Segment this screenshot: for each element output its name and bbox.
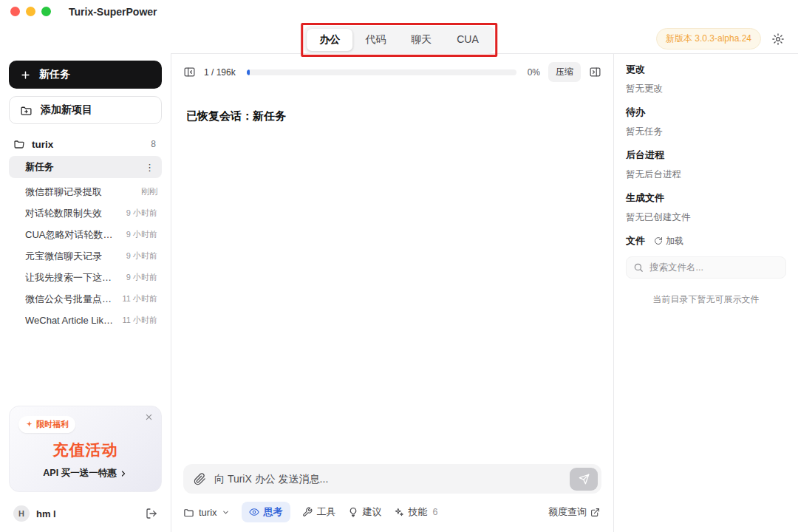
kebab-menu-icon[interactable]: ⋮	[145, 163, 154, 172]
task-time: 11 小时前	[117, 293, 157, 304]
task-item[interactable]: 微信群聊记录提取 刚刚	[9, 181, 162, 202]
eye-icon	[249, 507, 259, 517]
add-project-label: 添加新项目	[41, 103, 92, 117]
task-title: 让我先搜索一下这个公众号...	[25, 271, 120, 284]
minimize-window-icon[interactable]	[26, 7, 35, 16]
task-time: 9 小时前	[120, 208, 157, 219]
generated-files-section: 生成文件 暂无已创建文件	[626, 191, 786, 224]
skills-button[interactable]: 技能 6	[394, 505, 438, 519]
chevron-right-icon	[119, 469, 128, 478]
refresh-icon	[654, 236, 663, 245]
project-task-count: 8	[151, 139, 156, 149]
maximize-window-icon[interactable]	[41, 7, 51, 16]
skills-count: 6	[433, 507, 438, 517]
section-empty-text: 暂无已创建文件	[626, 211, 786, 224]
send-button[interactable]	[570, 468, 598, 491]
compress-button[interactable]: 压缩	[548, 62, 581, 82]
project-name: turix	[32, 139, 53, 150]
suggest-label: 建议	[363, 505, 382, 519]
task-time: 9 小时前	[120, 250, 157, 262]
project-selector-label: turix	[199, 507, 217, 518]
task-title: 微信公众号批量点赞操作请求	[25, 293, 117, 306]
task-title: 微信群聊记录提取	[25, 185, 102, 199]
sidebar: 新任务 添加新项目 turix 8 新任务 ⋮	[0, 53, 171, 532]
restored-session-message: 已恢复会话：新任务	[186, 109, 598, 123]
message-input[interactable]	[214, 473, 562, 485]
context-bar: 1 / 196k 0% 压缩	[171, 54, 613, 88]
quota-label: 额度查询	[548, 505, 587, 519]
plus-icon	[20, 69, 31, 81]
file-search-input[interactable]	[649, 262, 779, 273]
todo-section: 待办 暂无任务	[626, 106, 786, 138]
new-task-button[interactable]: 新任务	[9, 61, 162, 89]
section-empty-text: 暂无任务	[626, 126, 786, 138]
suggest-button[interactable]: 建议	[348, 505, 382, 519]
think-label: 思考	[264, 505, 283, 519]
task-item[interactable]: CUA忽略对话轮数限制 9 小时前	[9, 224, 162, 245]
section-empty-text: 暂无更改	[626, 83, 786, 95]
promo-subtitle[interactable]: API 买一送一特惠	[18, 467, 152, 480]
skills-label: 技能	[409, 505, 428, 519]
promo-badge: 限时福利	[18, 416, 75, 433]
background-process-section: 后台进程 暂无后台进程	[626, 149, 786, 181]
send-icon	[579, 474, 590, 485]
task-item-selected[interactable]: 新任务 ⋮	[9, 156, 162, 178]
load-files-button[interactable]: 加载	[654, 235, 683, 248]
composer-toolbar: turix 思考 工具	[171, 494, 613, 532]
title-bar: Turix-SuperPower 办公 代码 聊天 CUA 新版本 3.0.3-…	[0, 0, 798, 53]
main-panel: 1 / 196k 0% 压缩 已恢复会话：新任务	[171, 53, 613, 532]
promo-card[interactable]: 限时福利 充值活动 API 买一送一特惠	[9, 406, 162, 492]
task-time: 9 小时前	[120, 229, 157, 240]
logout-icon[interactable]	[146, 508, 157, 519]
add-project-button[interactable]: 添加新项目	[9, 96, 162, 124]
files-section-header: 文件 加载	[626, 234, 786, 248]
files-empty-text: 当前目录下暂无可展示文件	[626, 293, 786, 306]
paperclip-icon[interactable]	[194, 473, 206, 485]
section-title: 后台进程	[626, 149, 786, 162]
task-item[interactable]: 对话轮数限制失效 9 小时前	[9, 202, 162, 224]
task-item[interactable]: 微信公众号批量点赞操作请求 11 小时前	[9, 288, 162, 310]
tab-code[interactable]: 代码	[352, 29, 398, 51]
context-side-panel: 更改 暂无更改 待办 暂无任务 后台进程 暂无后台进程 生成文件 暂无已创建文件…	[613, 53, 798, 532]
new-task-label: 新任务	[39, 68, 70, 81]
tab-office[interactable]: 办公	[307, 29, 352, 51]
search-icon	[633, 262, 644, 273]
section-title: 待办	[626, 106, 786, 119]
task-title: 新任务	[25, 160, 54, 174]
context-percent: 0%	[528, 67, 540, 78]
collapse-sidebar-icon[interactable]	[183, 66, 196, 78]
lightbulb-icon	[348, 507, 358, 517]
version-badge[interactable]: 新版本 3.0.3-alpha.24	[656, 28, 761, 50]
tools-label: 工具	[317, 505, 336, 519]
load-files-label: 加载	[666, 235, 683, 248]
tab-chat[interactable]: 聊天	[398, 29, 444, 51]
app-title: Turix-SuperPower	[69, 6, 157, 18]
tab-cua[interactable]: CUA	[444, 29, 491, 51]
settings-gear-icon[interactable]	[771, 33, 785, 46]
files-title: 文件	[626, 234, 645, 248]
user-account-row[interactable]: H hm l	[9, 502, 162, 523]
close-icon[interactable]	[145, 413, 153, 421]
sparkles-icon	[394, 507, 404, 517]
close-window-icon[interactable]	[10, 7, 20, 16]
section-empty-text: 暂无后台进程	[626, 168, 786, 181]
task-item[interactable]: 元宝微信聊天记录 9 小时前	[9, 245, 162, 267]
task-item[interactable]: WeChat Article Like Oper... 11 小时前	[9, 310, 162, 331]
promo-badge-label: 限时福利	[36, 419, 69, 430]
chevron-down-icon	[222, 508, 230, 516]
task-time: 9 小时前	[120, 272, 157, 283]
sparkle-icon	[25, 420, 33, 429]
tools-button[interactable]: 工具	[302, 505, 336, 519]
quota-link[interactable]: 额度查询	[548, 505, 600, 519]
folder-icon	[183, 507, 194, 518]
user-name: hm l	[36, 508, 56, 519]
toggle-right-panel-icon[interactable]	[589, 66, 601, 78]
section-title: 生成文件	[626, 191, 786, 205]
mode-tab-group: 办公 代码 聊天 CUA	[304, 26, 494, 54]
task-time: 11 小时前	[117, 315, 157, 326]
task-item[interactable]: 让我先搜索一下这个公众号... 9 小时前	[9, 267, 162, 288]
project-folder-row[interactable]: turix 8	[9, 135, 162, 156]
think-toggle[interactable]: 思考	[242, 502, 290, 522]
project-selector[interactable]: turix	[183, 507, 230, 518]
task-time: 刚刚	[135, 186, 157, 197]
